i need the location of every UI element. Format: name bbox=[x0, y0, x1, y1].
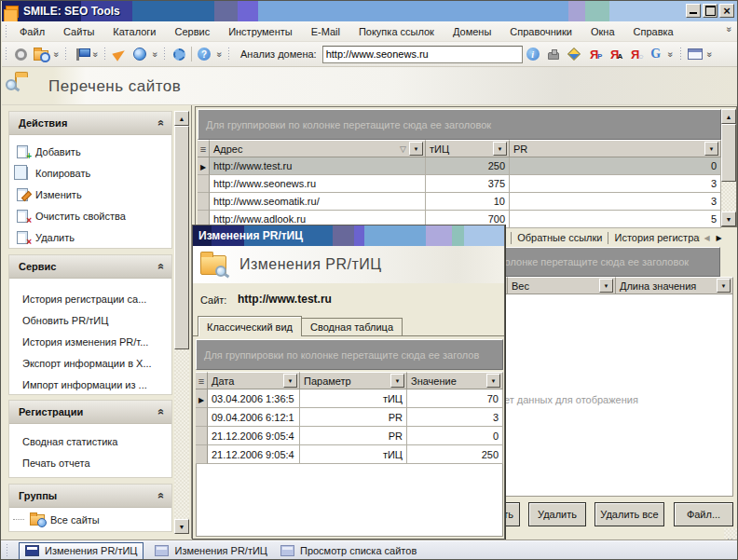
minimize-button[interactable] bbox=[686, 4, 701, 18]
collapse-chevron-icon[interactable] bbox=[155, 264, 168, 270]
file-button[interactable]: Файл... bbox=[674, 502, 733, 526]
dialog-title-bar[interactable]: Изменения PR/тИЦ bbox=[193, 225, 504, 246]
site-row[interactable]: http://www.test.ru 250 0 bbox=[198, 157, 721, 175]
sidebar-item-export[interactable]: Экспорт информации в X... bbox=[9, 352, 171, 374]
tab-classic-view[interactable]: Классический вид bbox=[198, 316, 302, 336]
menu-grip[interactable] bbox=[5, 24, 7, 39]
column-header-address[interactable]: Адрес bbox=[210, 140, 426, 157]
menu-tools[interactable]: Инструменты bbox=[219, 21, 302, 42]
toolbar-grip[interactable] bbox=[103, 47, 106, 61]
cell-param[interactable]: тИЦ bbox=[300, 389, 407, 408]
tab-registration-history[interactable]: История регистрац bbox=[614, 232, 700, 243]
sidebar-item-reg-history[interactable]: История регистрации са... bbox=[9, 288, 171, 309]
filter-dropdown-button[interactable] bbox=[717, 279, 731, 293]
web-button[interactable] bbox=[130, 44, 150, 64]
close-button[interactable] bbox=[719, 4, 734, 18]
scroll-thumb[interactable] bbox=[174, 126, 189, 349]
cell-address[interactable]: http://www.seonews.ru bbox=[210, 175, 426, 193]
corner-cell[interactable] bbox=[196, 372, 208, 389]
filter-dropdown-button[interactable] bbox=[409, 142, 423, 156]
filter-dropdown-button[interactable] bbox=[599, 279, 613, 293]
cell-value[interactable]: 0 bbox=[407, 427, 503, 445]
menu-link-buying[interactable]: Покупка ссылок bbox=[349, 21, 444, 42]
sidebar-item-pr-history[interactable]: История изменения PR/т... bbox=[9, 331, 171, 352]
scroll-up-button[interactable] bbox=[721, 109, 736, 124]
menu-overflow-chevron[interactable] bbox=[724, 24, 734, 34]
cell-pr[interactable]: 3 bbox=[510, 175, 721, 193]
sidebar-scrollbar[interactable] bbox=[174, 111, 189, 534]
group4-overflow-chevron[interactable] bbox=[214, 49, 225, 60]
yandex-search-button[interactable]: ◌ bbox=[625, 44, 646, 64]
tab-backlinks[interactable]: Обратные ссылки bbox=[517, 232, 602, 243]
column-header-date[interactable]: Дата bbox=[208, 372, 300, 389]
cell-address[interactable]: http://www.test.ru bbox=[210, 157, 426, 175]
group5-overflow-chevron[interactable] bbox=[666, 49, 676, 60]
scroll-thumb[interactable] bbox=[721, 124, 736, 182]
cell-date[interactable]: 21.12.2006 9:05:4 bbox=[208, 427, 300, 445]
new-window-button[interactable] bbox=[685, 44, 705, 64]
section-header-registrations[interactable]: Регистрации bbox=[9, 401, 171, 424]
menu-windows[interactable]: Окна bbox=[581, 21, 624, 42]
sidebar-item-add[interactable]: Добавить bbox=[9, 141, 171, 162]
filter-dropdown-button[interactable] bbox=[486, 374, 500, 388]
filter-dropdown-button[interactable] bbox=[283, 374, 297, 388]
dialog-group-by-bar[interactable]: Для группировки по колонке перетащите сю… bbox=[196, 339, 503, 370]
menu-domains[interactable]: Домены bbox=[444, 21, 500, 42]
cell-date[interactable]: 21.12.2006 9:05:4 bbox=[208, 445, 300, 464]
cell-param[interactable]: тИЦ bbox=[300, 445, 407, 464]
scroll-up-button[interactable] bbox=[174, 111, 189, 126]
menu-sites[interactable]: Сайты bbox=[54, 21, 103, 42]
toolbar-grip[interactable] bbox=[227, 47, 230, 61]
change-row[interactable]: 21.12.2006 9:05:4 PR 0 bbox=[196, 427, 503, 445]
menu-file[interactable]: Файл bbox=[10, 21, 54, 42]
group2-overflow-chevron[interactable] bbox=[90, 49, 101, 60]
column-header-value-length[interactable]: Длина значения bbox=[616, 277, 733, 294]
bar-button[interactable] bbox=[564, 44, 584, 64]
sidebar-item-copy[interactable]: Копировать bbox=[9, 162, 171, 184]
section-header-service[interactable]: Сервис bbox=[9, 255, 171, 279]
scroll-down-button[interactable] bbox=[721, 212, 736, 226]
collapse-chevron-icon[interactable] bbox=[155, 493, 168, 499]
menu-help[interactable]: Справка bbox=[624, 21, 683, 42]
tab-pivot-table[interactable]: Сводная таблица bbox=[302, 318, 403, 336]
site-row[interactable]: http://www.seonews.ru 375 3 bbox=[198, 175, 721, 193]
group1-overflow-chevron[interactable] bbox=[51, 49, 62, 60]
taskbar-item-pr-changes[interactable]: Изменения PR/тИЦ bbox=[149, 542, 272, 560]
tab-scroll-left-button[interactable] bbox=[702, 231, 712, 244]
menu-catalogs[interactable]: Каталоги bbox=[103, 21, 165, 42]
sidebar-item-clear-props[interactable]: Очистить свойства bbox=[9, 205, 171, 226]
cell-pr[interactable]: 3 bbox=[510, 193, 721, 211]
cell-pr[interactable]: 0 bbox=[510, 157, 721, 175]
toolbar-grip[interactable] bbox=[163, 47, 166, 61]
change-row[interactable]: 21.12.2006 9:05:4 тИЦ 250 bbox=[196, 445, 503, 464]
robot-button[interactable] bbox=[543, 44, 564, 64]
section-header-actions[interactable]: Действия bbox=[9, 112, 171, 135]
cell-tic[interactable]: 375 bbox=[426, 175, 510, 193]
cell-value[interactable]: 70 bbox=[407, 389, 503, 408]
cell-param[interactable]: PR bbox=[300, 408, 407, 427]
sidebar-item-summary-stats[interactable]: Сводная статистика bbox=[9, 430, 171, 452]
info-button[interactable] bbox=[523, 44, 543, 64]
filter-dropdown-button[interactable] bbox=[493, 142, 507, 156]
menu-references[interactable]: Справочники bbox=[500, 21, 581, 42]
column-header-weight[interactable]: Вес bbox=[508, 277, 616, 294]
maximize-button[interactable] bbox=[703, 4, 718, 18]
snapshot-button[interactable] bbox=[10, 44, 31, 64]
cell-value[interactable]: 250 bbox=[407, 445, 503, 464]
section-header-groups[interactable]: Группы bbox=[9, 485, 171, 508]
yandex-pr-button[interactable]: P bbox=[584, 44, 605, 64]
sidebar-item-import[interactable]: Импорт информации из ... bbox=[9, 374, 171, 395]
taskbar-grip[interactable] bbox=[6, 543, 8, 558]
change-row[interactable]: 09.04.2006 6:12:1 PR 3 bbox=[196, 408, 503, 427]
filter-dropdown-button[interactable] bbox=[704, 142, 718, 156]
announce-button[interactable] bbox=[109, 44, 130, 64]
cell-address[interactable]: http://www.seomatik.ru/ bbox=[210, 193, 426, 211]
site-row[interactable]: http://www.seomatik.ru/ 10 3 bbox=[198, 193, 721, 211]
column-header-value[interactable]: Значение bbox=[407, 372, 503, 389]
taskbar-item-pr-changes-active[interactable]: Изменения PR/тИЦ bbox=[19, 542, 144, 560]
column-header-pr[interactable]: PR bbox=[510, 140, 721, 157]
collapse-chevron-icon[interactable] bbox=[155, 409, 168, 416]
group-by-bar[interactable]: Для группировки по колонке перетащите сю… bbox=[198, 109, 721, 140]
settings-button[interactable] bbox=[169, 44, 189, 64]
sidebar-item-all-sites[interactable]: Все сайты bbox=[9, 508, 171, 531]
